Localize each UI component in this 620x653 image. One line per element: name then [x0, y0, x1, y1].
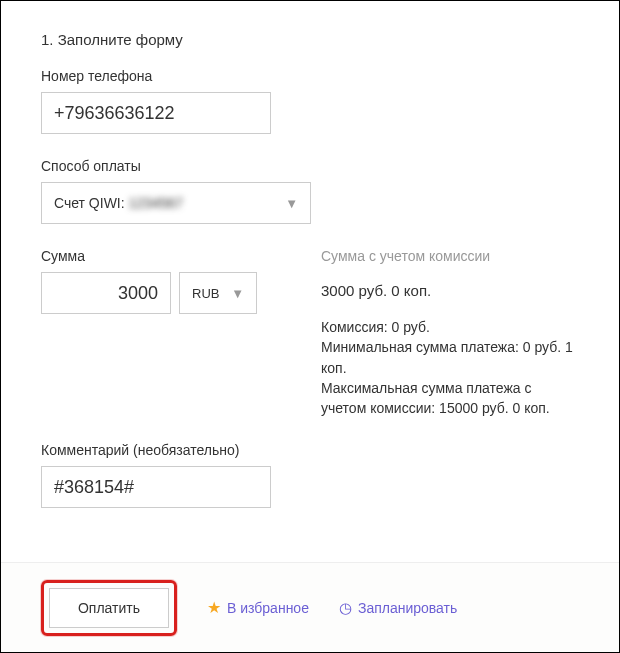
currency-select[interactable]: RUB ▼ — [179, 272, 257, 314]
min-payment-text: Минимальная сумма платежа: 0 руб. 1 коп. — [321, 337, 579, 378]
payment-method-label: Способ оплаты — [41, 158, 579, 174]
comment-input[interactable] — [41, 466, 271, 508]
pay-button[interactable]: Оплатить — [49, 588, 169, 628]
chevron-down-icon: ▼ — [231, 286, 244, 301]
comment-label: Комментарий (необязательно) — [41, 442, 579, 458]
star-icon: ★ — [207, 598, 221, 617]
schedule-label: Запланировать — [358, 600, 457, 616]
favorite-link[interactable]: ★ В избранное — [207, 598, 309, 617]
currency-value: RUB — [192, 286, 219, 301]
phone-input[interactable] — [41, 92, 271, 134]
payment-method-text: Счет QIWI: — [54, 195, 129, 211]
commission-text: Комиссия: 0 руб. — [321, 317, 579, 337]
payment-method-hidden: 1234567 — [129, 195, 184, 211]
footer-bar: Оплатить ★ В избранное ◷ Запланировать — [1, 562, 619, 652]
phone-label: Номер телефона — [41, 68, 579, 84]
payment-method-select[interactable]: Счет QIWI: 1234567 ▼ — [41, 182, 311, 224]
step-heading: 1. Заполните форму — [41, 31, 579, 48]
chevron-down-icon: ▼ — [285, 196, 298, 211]
total-value: 3000 руб. 0 коп. — [321, 282, 579, 299]
clock-icon: ◷ — [339, 599, 352, 617]
favorite-label: В избранное — [227, 600, 309, 616]
max-payment-text: Максимальная сумма платежа с учетом коми… — [321, 378, 579, 419]
total-label: Сумма с учетом комиссии — [321, 248, 579, 264]
amount-input[interactable] — [41, 272, 171, 314]
schedule-link[interactable]: ◷ Запланировать — [339, 599, 457, 617]
amount-label: Сумма — [41, 248, 291, 264]
pay-highlight-frame: Оплатить — [41, 580, 177, 636]
